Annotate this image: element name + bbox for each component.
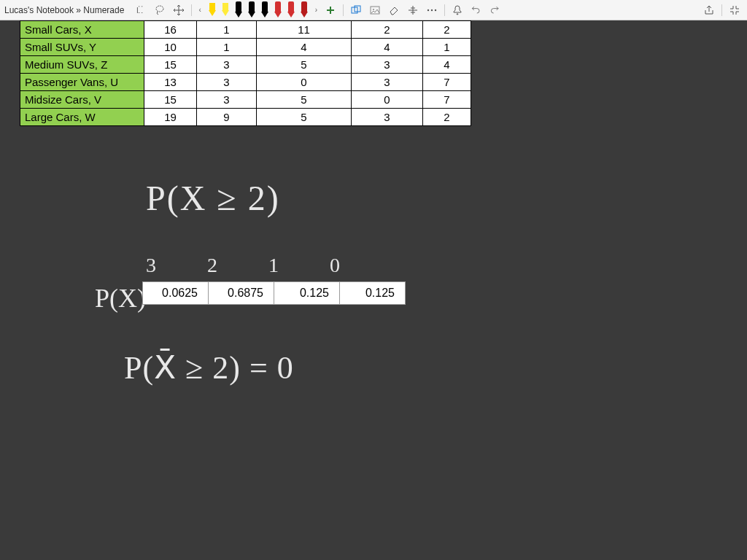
toolbar-separator xyxy=(191,4,192,16)
svg-point-6 xyxy=(427,9,429,10)
pen-tool-2[interactable] xyxy=(233,1,244,19)
image-button[interactable] xyxy=(367,2,383,18)
toolbar-separator xyxy=(343,4,344,16)
toolbar: Lucas's Notebook » Numerade I ‹ › xyxy=(0,0,747,20)
pen-tool-5[interactable] xyxy=(272,1,284,19)
row-label: Small SUVs, Y xyxy=(20,39,144,56)
image-icon xyxy=(369,4,381,16)
svg-point-7 xyxy=(431,9,433,10)
cell: 2 xyxy=(423,21,471,39)
plus-icon xyxy=(325,4,336,16)
cell: 13 xyxy=(144,74,197,91)
canvas[interactable]: Small Cars, X1611122Small SUVs, Y101441M… xyxy=(0,20,747,560)
handwritten-label: 3 xyxy=(146,254,156,277)
cell: 4 xyxy=(352,39,423,56)
handwritten-label: 0 xyxy=(330,254,340,277)
cell: 5 xyxy=(257,56,352,74)
pen-tool-4[interactable] xyxy=(259,1,271,19)
handwritten-label: 2 xyxy=(207,254,217,277)
table-row: Midsize Cars, V153507 xyxy=(20,91,471,109)
bell-icon xyxy=(452,4,463,16)
cell: 3 xyxy=(352,56,423,74)
redo-icon xyxy=(489,4,501,16)
next-pen-button[interactable]: › xyxy=(313,6,320,14)
cell: 1 xyxy=(197,21,257,39)
cell: 0 xyxy=(257,74,352,91)
lasso-icon xyxy=(154,4,166,16)
add-pen-button[interactable] xyxy=(322,2,338,18)
ellipsis-icon xyxy=(426,4,438,16)
pen-tool-1[interactable] xyxy=(220,1,231,19)
row-label: Midsize Cars, V xyxy=(20,91,144,109)
cell: 10 xyxy=(144,39,197,56)
cell: 0.6875 xyxy=(209,282,274,305)
share-icon xyxy=(703,4,715,16)
fullscreen-button[interactable] xyxy=(727,2,743,18)
notebook-title: Lucas's Notebook » Numerade xyxy=(4,5,124,15)
svg-point-1 xyxy=(156,6,163,12)
undo-button[interactable] xyxy=(468,2,484,18)
svg-point-8 xyxy=(435,9,436,10)
cell: 0 xyxy=(352,91,423,109)
svg-text:I: I xyxy=(136,7,139,15)
lasso-tool-button[interactable] xyxy=(152,2,168,18)
cell: 15 xyxy=(144,91,197,109)
share-button[interactable] xyxy=(701,2,717,18)
cell: 0.0625 xyxy=(143,282,209,305)
cell: 3 xyxy=(352,74,423,91)
ruler-button[interactable] xyxy=(405,2,421,18)
collapse-icon xyxy=(729,4,740,16)
cell: 2 xyxy=(352,21,423,39)
cell: 7 xyxy=(423,74,471,91)
cell: 1 xyxy=(423,39,471,56)
cell: 16 xyxy=(144,21,197,39)
ruler-icon xyxy=(407,4,419,16)
redo-button[interactable] xyxy=(487,2,503,18)
row-label: Medium SUVs, Z xyxy=(20,56,144,74)
pen-tool-0[interactable] xyxy=(206,1,218,19)
cell: 9 xyxy=(197,109,257,126)
probability-table: 0.06250.68750.1250.125 xyxy=(142,281,406,305)
pen-tool-3[interactable] xyxy=(246,1,258,19)
pan-tool-button[interactable] xyxy=(171,2,187,18)
notifications-button[interactable] xyxy=(449,2,465,18)
pen-tool-6[interactable] xyxy=(285,1,297,19)
eraser-button[interactable] xyxy=(386,2,402,18)
text-cursor-icon: I xyxy=(135,4,147,16)
cell: 0.125 xyxy=(340,282,406,305)
undo-icon xyxy=(471,4,482,16)
table-row: Passenger Vans, U133037 xyxy=(20,74,471,91)
cell: 3 xyxy=(197,56,257,74)
cell: 3 xyxy=(197,91,257,109)
vehicle-data-table: Small Cars, X1611122Small SUVs, Y101441M… xyxy=(20,20,471,126)
table-row: Medium SUVs, Z153534 xyxy=(20,56,471,74)
table-row: Small Cars, X1611122 xyxy=(20,21,471,39)
handwritten-px-label: P(X) xyxy=(95,283,146,314)
pen-tool-7[interactable] xyxy=(298,1,310,19)
more-button[interactable] xyxy=(424,2,440,18)
table-row: 0.06250.68750.1250.125 xyxy=(143,282,406,305)
table-row: Small SUVs, Y101441 xyxy=(20,39,471,56)
cell: 3 xyxy=(197,74,257,91)
cell: 15 xyxy=(144,56,197,74)
handwritten-expression-2: P(X̄ ≥ 2) = 0 xyxy=(124,349,294,386)
cell: 3 xyxy=(352,109,423,126)
pan-icon xyxy=(173,4,185,16)
cell: 7 xyxy=(423,91,471,109)
row-label: Passenger Vans, U xyxy=(20,74,144,91)
toolbar-separator xyxy=(721,4,722,16)
table-row: Large Cars, W199532 xyxy=(20,109,471,126)
cell: 2 xyxy=(423,109,471,126)
handwritten-label: 1 xyxy=(268,254,279,277)
text-tool-button[interactable]: I xyxy=(133,2,149,18)
prev-pen-button[interactable]: ‹ xyxy=(196,6,203,14)
cell: 0.125 xyxy=(274,282,340,305)
shapes-icon xyxy=(350,4,362,16)
cell: 5 xyxy=(257,109,352,126)
cell: 1 xyxy=(197,39,257,56)
handwritten-expression-1: P(X ≥ 2) xyxy=(146,178,280,218)
shapes-button[interactable] xyxy=(348,2,364,18)
row-label: Small Cars, X xyxy=(20,21,144,39)
cell: 19 xyxy=(144,109,197,126)
row-label: Large Cars, W xyxy=(20,109,144,126)
